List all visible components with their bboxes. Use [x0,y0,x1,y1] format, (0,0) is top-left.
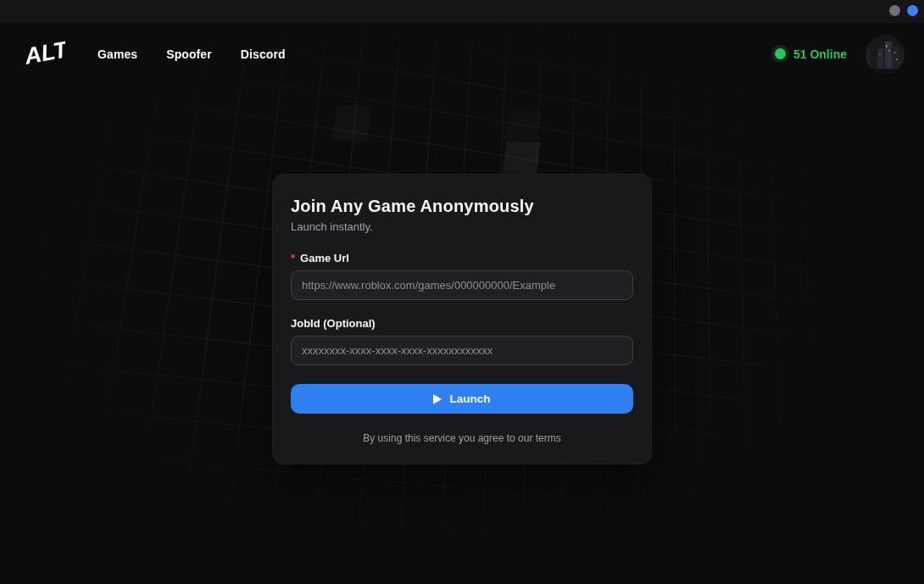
game-url-input[interactable] [291,270,633,300]
jobid-field: JobId (Optional) [291,317,633,365]
play-icon [433,394,442,404]
grid-highlight-cell [331,104,373,142]
terms-text: By using this service you agree to our t… [291,432,633,444]
jobid-input[interactable] [291,336,633,365]
card-title: Join Any Game Anonymously [291,197,633,216]
game-url-label-text: Game Url [300,252,349,264]
alt-logo-icon[interactable]: ALT [21,34,65,75]
game-url-field: * Game Url [291,252,633,300]
join-game-card: Join Any Game Anonymously Launch instant… [272,174,652,464]
jobid-label: JobId (Optional) [291,317,633,330]
logo-text: ALT [22,36,65,69]
nav-item-spoofer[interactable]: Spoofer [166,47,212,61]
status-dot-icon [775,48,786,59]
navbar: ALT Games Spoofer Discord 51 Online [0,23,924,85]
grid-highlight-cell [504,108,542,142]
nav-item-discord[interactable]: Discord [241,47,286,61]
minimize-button[interactable] [889,5,900,16]
online-status: 51 Online [775,47,847,61]
nav-item-games[interactable]: Games [97,47,137,61]
online-count-label: 51 Online [793,47,847,61]
jobid-label-text: JobId (Optional) [291,317,376,330]
grid-highlight-cell [502,141,541,175]
nav-links: Games Spoofer Discord [97,47,286,61]
card-subtitle: Launch instantly. [291,220,633,233]
city-skyline-avatar-icon [866,35,905,74]
launch-button[interactable]: Launch [291,384,633,414]
avatar[interactable] [866,35,905,74]
titlebar [0,0,924,23]
required-marker: * [291,252,295,264]
launch-button-label: Launch [449,392,490,405]
close-button[interactable] [907,5,918,16]
game-url-label: * Game Url [291,252,633,264]
navbar-right: 51 Online [775,35,905,74]
